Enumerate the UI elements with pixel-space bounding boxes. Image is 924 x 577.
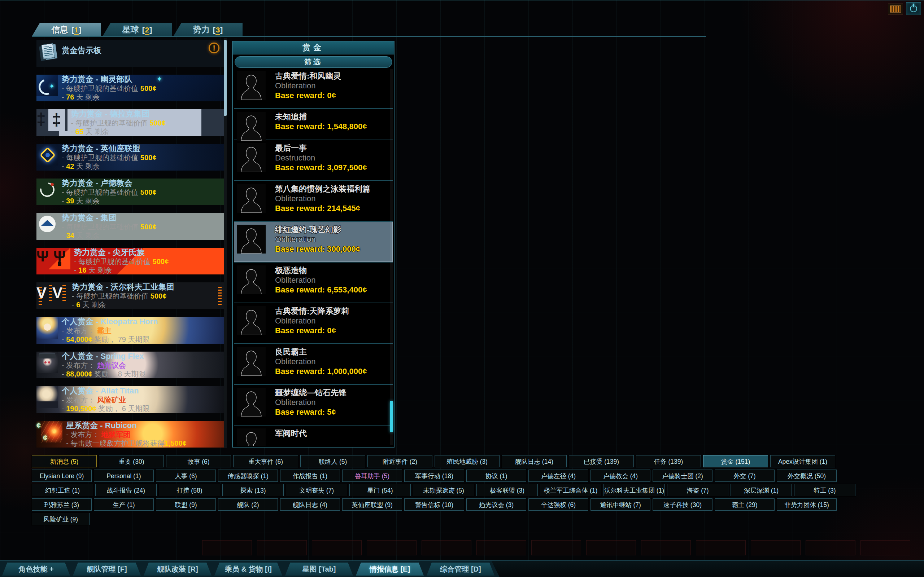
intel-item-line2: - 6 天 剩余 [72, 300, 174, 309]
tab[interactable]: 星球[2] [102, 23, 172, 36]
bounty-entry[interactable]: 古典爱情:天降系萝莉ObliterationBase reward: 0¢ [234, 303, 393, 344]
filter-chip[interactable]: 星门 (54) [349, 484, 411, 496]
filter-chip[interactable]: 卢德骑士团 (2) [653, 469, 712, 482]
filter-chip[interactable]: 极客联盟 (3) [477, 484, 538, 496]
bounty-name: 最后一事 [275, 143, 367, 153]
filter-chip[interactable]: 舰队 (2) [218, 498, 278, 511]
bottom-tab[interactable]: 星图 [Tab] [285, 562, 353, 575]
sidebar-scroll-thumb[interactable] [224, 40, 227, 116]
filter-chip[interactable]: 警告信标 (10) [404, 498, 464, 511]
bounty-entry[interactable]: 极恶造物ObliterationBase reward: 6,553,400¢ [234, 263, 393, 303]
filter-chip[interactable]: 任务 (139) [636, 455, 701, 467]
filter-chip[interactable]: 深层深渊 (1) [730, 484, 792, 496]
filter-chip[interactable]: 重要 (30) [99, 455, 164, 467]
power-button[interactable] [906, 2, 921, 15]
bounty-entry[interactable]: 绯红邀约-瑰艺幻影ObliterationBase reward: 300,00… [234, 222, 393, 263]
filter-chip[interactable]: 战斗报告 (24) [95, 484, 157, 496]
alert-icon: ! [208, 43, 220, 53]
intel-list-item[interactable]: 势力赏金 - 英仙座联盟- 每艘护卫舰的基础价值 500¢- 42 天 剩余 [36, 144, 224, 171]
intel-item-title: 势力赏金 - 英仙座联盟 [62, 144, 156, 153]
filter-chip[interactable]: Apex设计集团 (1) [770, 455, 835, 467]
bottom-tab[interactable]: 舰队改装 [R] [144, 562, 212, 575]
intel-list-item[interactable]: 赏金告示板 [36, 40, 224, 67]
filter-chip[interactable]: 楼兰军工综合体 (1) [540, 484, 601, 496]
bounty-entry[interactable]: 未知追捕Base reward: 1,548,800¢ [234, 109, 393, 140]
intel-item-icon [36, 40, 58, 62]
filter-chip[interactable]: 新消息 (5) [32, 455, 97, 467]
bounty-entry[interactable]: 最后一事DestructionBase reward: 3,097,500¢ [234, 140, 393, 181]
filter-chip[interactable]: 幻想工造 (1) [32, 484, 93, 496]
bounty-scroll-thumb[interactable] [390, 401, 393, 432]
filter-chip[interactable]: 兽耳助手 (5) [342, 469, 402, 482]
filter-chip[interactable]: 传感器嗅探 (1) [218, 469, 278, 482]
intel-list-item[interactable]: 星系赏金 - Rubicon- 发布方： 地狱军团- 每击败一艘敌方护卫舰将获得… [36, 421, 224, 448]
tab[interactable]: 信息[1] [32, 23, 101, 36]
filter-chip[interactable]: Personal (1) [94, 469, 154, 482]
bounty-entry[interactable]: 良民霸主ObliterationBase reward: 1,000,000¢ [234, 344, 393, 385]
filter-chip[interactable]: 未勘探遗迹 (5) [413, 484, 474, 496]
filter-button[interactable]: 筛选 [234, 56, 392, 68]
bottom-tab[interactable]: 情报信息 [E] [356, 562, 424, 575]
filter-chip[interactable]: 霸主 (29) [715, 498, 775, 511]
bottom-tab[interactable]: 乘员 & 货物 [I] [215, 562, 282, 575]
filter-chip[interactable]: 风险矿业 (9) [32, 513, 89, 525]
intel-item-title: 个人赏金 - Kleopatra Horn [62, 317, 158, 326]
filter-chip[interactable]: 打捞 (58) [159, 484, 220, 496]
filter-chip[interactable]: 附近事件 (2) [367, 455, 432, 467]
filter-chip[interactable]: 文明丧失 (7) [286, 484, 347, 496]
filter-chip[interactable]: 外交 (7) [715, 469, 775, 482]
filter-chip[interactable]: 军事行动 (18) [404, 469, 464, 482]
bounty-entry[interactable]: 古典爱情:和风幽灵ObliterationBase reward: 0¢ [234, 68, 393, 109]
bounty-scrollbar[interactable] [390, 69, 393, 445]
intel-list-item[interactable]: 势力赏金 - 集团- 每艘护卫舰的基础价值 500¢- 34 天 剩余 [36, 213, 224, 240]
inactive-slot-row [202, 540, 910, 555]
filter-chip[interactable]: 生产 (1) [94, 498, 154, 511]
intel-list-item[interactable]: 个人赏金 - Spring Flex- 发布方： 趋光议会- 88,000¢ 奖… [36, 351, 224, 378]
filter-chip[interactable]: 舰队日志 (4) [280, 498, 340, 511]
filter-chip[interactable]: 作战报告 (1) [280, 469, 340, 482]
filter-chip[interactable]: 殖民地威胁 (3) [435, 455, 499, 467]
intel-list-item[interactable]: 个人赏金 - Allat Titan- 发布方： 风险矿业- 190,500¢ … [36, 386, 224, 413]
filter-chip[interactable]: 联络人 (5) [300, 455, 365, 467]
filter-chip[interactable]: 非势力团体 (15) [777, 498, 837, 511]
filter-chip[interactable]: 已接受 (139) [569, 455, 634, 467]
bounty-entry[interactable]: 噩梦缠绕—钻石先锋ObliterationBase reward: 5¢ [234, 385, 393, 425]
filter-chip[interactable]: 联盟 (9) [156, 498, 216, 511]
filter-chip[interactable]: 玛雅苏兰 (3) [32, 498, 92, 511]
intel-list-item[interactable]: 势力赏金 - 幽灵部队- 每艘护卫舰的基础价值 500¢- 76 天 剩余 [36, 75, 224, 102]
filter-chip[interactable]: 卢德教会 (4) [591, 469, 650, 482]
filter-chip[interactable]: 探索 (13) [222, 484, 284, 496]
filter-chip[interactable]: 舰队日志 (14) [502, 455, 567, 467]
intel-list-item[interactable]: 势力赏金 - 德拉克集团- 每艘护卫舰的基础价值 500¢- 65 天 剩余 [36, 109, 224, 136]
filter-chip[interactable]: 速子科技 (30) [653, 498, 712, 511]
bottom-tab[interactable]: 综合管理 [D] [426, 562, 494, 575]
filter-chip[interactable]: 外交概况 (50) [777, 469, 837, 482]
filter-chip[interactable]: 沃尔科夫工业集团 (1) [604, 484, 665, 496]
tab[interactable]: 势力[3] [173, 23, 242, 36]
bottom-tab[interactable]: 舰队管理 [F] [73, 562, 141, 575]
filter-chip[interactable]: 辛达强权 (6) [528, 498, 588, 511]
filter-chip[interactable]: 故事 (6) [166, 455, 231, 467]
filter-chip[interactable]: 卢德左径 (4) [528, 469, 588, 482]
sidebar-scrollbar[interactable] [224, 38, 227, 448]
bottom-tab[interactable]: 角色技能 + [2, 562, 70, 575]
filter-chip[interactable]: 趋光议会 (3) [466, 498, 526, 511]
intel-list-item[interactable]: 势力赏金 - 尖牙氏族- 每艘护卫舰的基础价值 500¢- 16 天 剩余 [36, 248, 224, 274]
performance-icon[interactable] [888, 3, 903, 15]
filter-chip[interactable]: 重大事件 (6) [233, 455, 298, 467]
bounty-type: Obliteration [275, 316, 349, 326]
filter-chip[interactable]: 海盗 (7) [667, 484, 729, 496]
intel-list-item[interactable]: 势力赏金 - 沃尔科夫工业集团- 每艘护卫舰的基础价值 500¢- 6 天 剩余 [36, 282, 224, 309]
bounty-entry[interactable]: 军阀时代 [234, 425, 393, 446]
filter-chip[interactable]: 人事 (6) [156, 469, 216, 482]
filter-chip[interactable]: 特工 (3) [794, 484, 855, 496]
intel-list-item[interactable]: 个人赏金 - Kleopatra Horn- 发布方： 霸主- 54,000¢ … [36, 317, 224, 344]
intel-list-item[interactable]: 势力赏金 - 卢德教会- 每艘护卫舰的基础价值 500¢- 39 天 剩余 [36, 179, 224, 205]
filter-chip[interactable]: 通讯中继站 (7) [591, 498, 650, 511]
filter-chip[interactable]: 赏金 (151) [703, 455, 768, 467]
portrait-silhouette-icon [237, 143, 266, 172]
filter-chip[interactable]: Elysian Lore (9) [32, 469, 92, 482]
bounty-entry[interactable]: 第八集的惯例之泳装福利篇ObliterationBase reward: 214… [234, 181, 393, 222]
filter-chip[interactable]: 英仙座联盟 (9) [342, 498, 402, 511]
filter-chip[interactable]: 协议 (1) [466, 469, 526, 482]
